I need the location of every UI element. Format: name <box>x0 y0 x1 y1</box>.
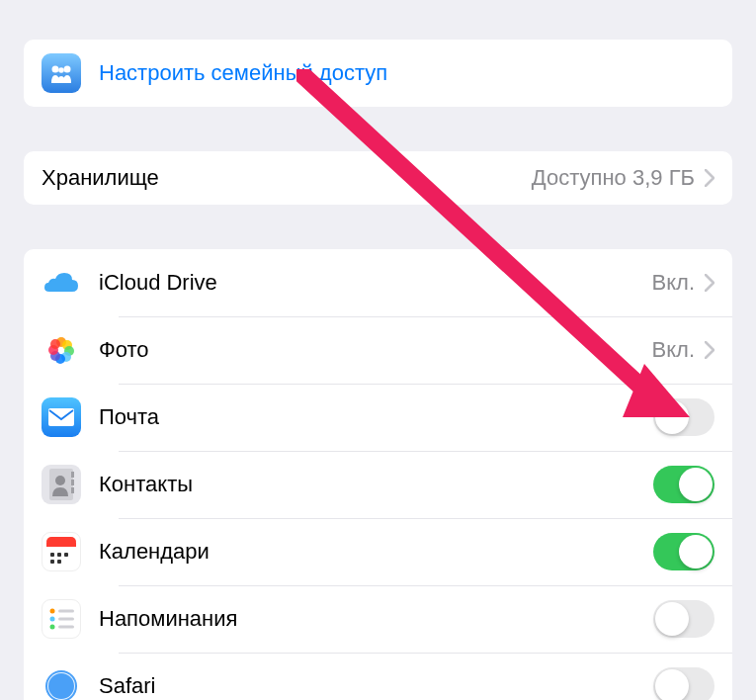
mail-row: Почта <box>24 384 732 451</box>
svg-rect-15 <box>71 480 74 485</box>
svg-rect-30 <box>58 626 74 629</box>
svg-point-27 <box>50 625 55 630</box>
svg-rect-28 <box>58 610 74 613</box>
icloud-drive-row[interactable]: iCloud Drive Вкл. <box>24 249 732 316</box>
svg-rect-11 <box>48 408 74 426</box>
svg-point-25 <box>50 609 55 614</box>
storage-label: Хранилище <box>42 165 532 191</box>
svg-rect-14 <box>71 472 74 478</box>
svg-rect-23 <box>50 560 54 564</box>
safari-icon <box>42 666 81 700</box>
chevron-right-icon <box>705 169 714 187</box>
calendar-icon <box>42 532 81 571</box>
photos-label: Фото <box>99 337 652 363</box>
photos-icon <box>42 330 81 370</box>
mail-icon <box>42 397 81 437</box>
mail-toggle[interactable] <box>653 398 714 436</box>
svg-point-13 <box>55 476 65 485</box>
svg-point-2 <box>58 67 64 73</box>
contacts-icon <box>42 465 81 504</box>
safari-toggle[interactable] <box>653 667 714 700</box>
svg-rect-21 <box>57 553 61 557</box>
icloud-drive-icon <box>42 263 81 303</box>
contacts-toggle[interactable] <box>653 466 714 503</box>
svg-rect-24 <box>57 560 61 564</box>
services-section: iCloud Drive Вкл. Фото Вкл. <box>24 249 732 700</box>
safari-row: Safari <box>24 653 732 700</box>
contacts-label: Контакты <box>99 472 653 497</box>
storage-section: Хранилище Доступно 3,9 ГБ <box>24 151 732 205</box>
family-sharing-row[interactable]: Настроить семейный доступ <box>24 40 732 107</box>
family-section: Настроить семейный доступ <box>24 40 732 107</box>
mail-label: Почта <box>99 404 653 430</box>
chevron-right-icon <box>705 341 714 359</box>
reminders-icon <box>42 599 81 639</box>
safari-label: Safari <box>99 673 653 699</box>
reminders-label: Напоминания <box>99 606 653 632</box>
svg-rect-20 <box>50 553 54 557</box>
icloud-drive-label: iCloud Drive <box>99 270 652 296</box>
svg-point-1 <box>64 66 71 73</box>
family-icon <box>42 53 81 93</box>
reminders-row: Напоминания <box>24 585 732 653</box>
chevron-right-icon <box>705 274 714 292</box>
svg-point-26 <box>50 617 55 622</box>
svg-point-0 <box>52 66 59 73</box>
icloud-drive-value: Вкл. <box>652 270 696 296</box>
reminders-toggle[interactable] <box>653 600 714 638</box>
svg-rect-19 <box>46 543 76 547</box>
svg-point-10 <box>50 339 60 349</box>
svg-rect-22 <box>64 553 68 557</box>
svg-rect-16 <box>71 487 74 493</box>
calendars-label: Календари <box>99 539 653 565</box>
photos-row[interactable]: Фото Вкл. <box>24 316 732 384</box>
storage-row[interactable]: Хранилище Доступно 3,9 ГБ <box>24 151 732 205</box>
calendars-toggle[interactable] <box>653 533 714 570</box>
calendars-row: Календари <box>24 518 732 585</box>
svg-rect-29 <box>58 618 74 621</box>
photos-value: Вкл. <box>652 337 696 363</box>
family-label: Настроить семейный доступ <box>99 60 714 86</box>
storage-value: Доступно 3,9 ГБ <box>532 165 695 191</box>
contacts-row: Контакты <box>24 451 732 518</box>
